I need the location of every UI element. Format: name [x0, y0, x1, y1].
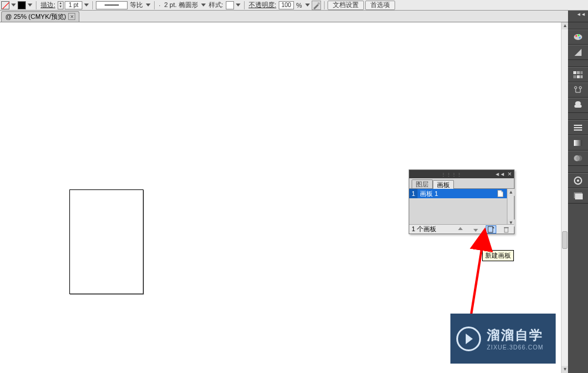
svg-rect-11 [580, 75, 583, 78]
artboard-row[interactable]: 1 画板 1 [409, 189, 507, 198]
artboard-row-index: 1 [409, 189, 417, 198]
brush-dropdown-icon[interactable] [201, 4, 206, 6]
stroke-dropdown-icon[interactable] [28, 4, 32, 6]
watermark-subtitle: ZIXUE.3D66.COM [487, 344, 543, 351]
fill-swatch[interactable] [1, 1, 9, 9]
brushes-panel-icon[interactable] [568, 82, 588, 98]
brush-label[interactable]: 2 pt. 椭圆形 [164, 1, 198, 9]
artboards-list[interactable]: 1 画板 1 [409, 189, 507, 227]
panel-collapse-icon[interactable]: ◄◄ [495, 171, 505, 177]
style-dropdown-icon[interactable] [236, 4, 240, 6]
style-label: 样式: [209, 1, 223, 9]
scroll-thumb[interactable] [562, 231, 567, 249]
tab-layers[interactable]: 图层 [412, 179, 433, 188]
recolor-icon[interactable] [312, 1, 321, 10]
watermark-title: 溜溜自学 [487, 327, 543, 344]
stroke-label[interactable]: 描边: [41, 1, 55, 9]
artboard-count-label: 1 个画板 [412, 225, 436, 234]
svg-rect-7 [577, 71, 580, 74]
panel-status-bar: 1 个画板 [409, 224, 514, 234]
svg-point-19 [576, 155, 582, 161]
svg-rect-24 [488, 227, 493, 232]
preferences-button[interactable]: 首选项 [365, 1, 395, 10]
tab-artboards[interactable]: 画板 [433, 180, 454, 189]
svg-rect-25 [505, 228, 508, 232]
panel-grip-icon[interactable]: ⋮⋮⋮⋮ [411, 172, 492, 177]
stroke-panel-icon[interactable] [568, 120, 588, 135]
svg-rect-6 [573, 71, 576, 74]
swatches-panel-icon[interactable] [568, 67, 588, 82]
stroke-width-dropdown-icon[interactable] [84, 4, 89, 6]
canvas-vertical-scrollbar[interactable]: ▲ ▼ [561, 22, 568, 373]
watermark-logo-icon [456, 327, 481, 351]
fill-dropdown-icon[interactable] [11, 4, 16, 6]
svg-rect-17 [574, 140, 582, 146]
svg-marker-5 [574, 49, 582, 56]
panel-close-icon[interactable]: ✕ [507, 171, 512, 177]
color-panel-icon[interactable] [568, 29, 588, 45]
artboard-row-name[interactable]: 画板 1 [417, 189, 497, 198]
svg-rect-10 [577, 75, 580, 78]
opacity-dropdown-icon[interactable] [305, 4, 310, 6]
svg-rect-9 [573, 75, 576, 78]
tooltip-new-artboard: 新建画板 [482, 250, 514, 261]
stroke-swatch[interactable] [18, 1, 26, 9]
panel-titlebar[interactable]: ⋮⋮⋮⋮ ◄◄ ✕ [409, 170, 514, 178]
opacity-input[interactable]: 100 [279, 1, 294, 9]
opacity-unit: % [296, 2, 302, 9]
artboard-options-icon[interactable] [497, 190, 503, 197]
close-tab-icon[interactable]: × [68, 13, 75, 20]
graphic-styles-panel-icon[interactable] [568, 188, 588, 204]
svg-rect-26 [504, 227, 509, 228]
panel-body: 1 画板 1 ▲ ▼ 1 个画板 [409, 189, 514, 234]
style-dropdown[interactable] [226, 1, 234, 9]
delete-artboard-button[interactable] [501, 225, 512, 234]
watermark: 溜溜自学 ZIXUE.3D66.COM [450, 314, 556, 364]
svg-point-21 [577, 179, 579, 182]
transparency-panel-icon[interactable] [568, 151, 588, 166]
svg-point-4 [579, 37, 581, 39]
svg-rect-8 [580, 71, 583, 74]
new-artboard-button[interactable] [486, 225, 496, 234]
document-tab-bar: @ 25% (CMYK/预览) × [0, 11, 588, 22]
move-down-button[interactable] [470, 225, 481, 234]
symbols-panel-icon[interactable] [568, 98, 588, 113]
svg-rect-23 [575, 194, 583, 199]
svg-rect-15 [574, 127, 582, 128]
right-panel-strip: ◄◄ [568, 11, 588, 373]
document-setup-button[interactable]: 文档设置 [328, 1, 364, 10]
svg-point-2 [576, 35, 577, 37]
svg-point-13 [579, 86, 582, 89]
artboards-panel: ⋮⋮⋮⋮ ◄◄ ✕ 图层 画板 1 画板 1 ▲ ▼ 1 个画板 [409, 169, 514, 234]
artboard-1[interactable] [69, 189, 143, 294]
strip-collapse-button[interactable]: ◄◄ [568, 11, 588, 22]
svg-point-3 [578, 35, 580, 36]
panel-tabs: 图层 画板 [409, 178, 514, 189]
dash-preview[interactable]: ━━━━ [96, 1, 128, 9]
opacity-label[interactable]: 不透明度: [249, 1, 276, 9]
svg-rect-14 [574, 125, 582, 126]
move-up-button[interactable] [455, 225, 466, 234]
color-guide-panel-icon[interactable] [568, 45, 588, 60]
options-bar: 描边: ▲▼ 1 pt ━━━━ 等比 · 2 pt. 椭圆形 样式: 不透明度… [0, 0, 588, 11]
document-tab[interactable]: @ 25% (CMYK/预览) × [1, 11, 79, 22]
panel-vertical-scrollbar[interactable]: ▲ ▼ [507, 189, 514, 227]
dash-dropdown-icon[interactable] [146, 4, 151, 6]
svg-rect-16 [574, 129, 582, 131]
svg-point-12 [574, 86, 577, 89]
dash-label: 等比 [130, 1, 143, 9]
stroke-width-spinner[interactable]: ▲▼ [58, 1, 64, 9]
appearance-panel-icon[interactable] [568, 173, 588, 188]
panel-scroll-up-icon[interactable]: ▲ [507, 189, 514, 196]
gradient-panel-icon[interactable] [568, 135, 588, 151]
svg-point-0 [318, 2, 320, 5]
stroke-width-input[interactable]: 1 pt [65, 1, 82, 9]
document-tab-title: @ 25% (CMYK/预览) [5, 12, 66, 21]
